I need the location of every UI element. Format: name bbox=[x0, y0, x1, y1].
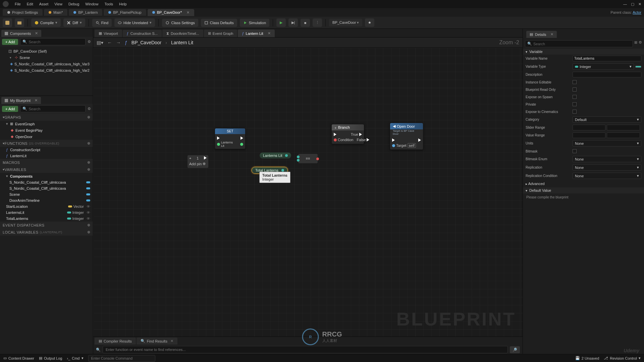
add-icon[interactable]: ⊕ bbox=[87, 115, 91, 119]
tab-bp-flamepickup[interactable]: BP_FlamePickup bbox=[104, 9, 146, 16]
menu-asset[interactable]: Asset bbox=[39, 2, 49, 6]
close-icon[interactable]: ✕ bbox=[186, 10, 190, 15]
exec-true-pin[interactable] bbox=[359, 133, 362, 136]
private-checkbox[interactable] bbox=[573, 102, 577, 106]
value-out-pin[interactable] bbox=[240, 143, 243, 146]
category-dropdown[interactable]: Default▾ bbox=[573, 116, 641, 123]
tab-dooranim[interactable]: ⧗DoorAnimTimel... bbox=[162, 29, 203, 37]
event-opendoor[interactable]: ◆OpenDoor bbox=[0, 133, 93, 140]
container-type-dropdown[interactable] bbox=[635, 66, 641, 68]
var-lanternslit[interactable]: LanternsLitInteger👁 bbox=[0, 209, 93, 216]
bitmask-enum-dropdown[interactable]: None▾ bbox=[573, 156, 641, 162]
var-startlocation[interactable]: StartLocationVector👁 bbox=[0, 203, 93, 209]
exec-out-pin[interactable] bbox=[240, 136, 243, 140]
exec-in-pin[interactable] bbox=[392, 138, 395, 142]
gear-icon[interactable]: ⚙ bbox=[88, 107, 91, 111]
myblueprint-search-input[interactable]: 🔍Search bbox=[20, 105, 86, 112]
section-default-value[interactable]: ▾ Default Value bbox=[523, 187, 644, 193]
close-icon[interactable]: ✕ bbox=[550, 32, 553, 37]
expose-spawn-checkbox[interactable] bbox=[573, 95, 577, 99]
var-dooranimtimeline[interactable]: DoorAnimTimeline bbox=[0, 197, 93, 203]
var-scene[interactable]: Scene bbox=[0, 191, 93, 197]
details-search-input[interactable]: 🔍Search bbox=[525, 40, 633, 47]
result-pin[interactable] bbox=[316, 158, 319, 160]
func-constructionscript[interactable]: ƒConstructionScript bbox=[0, 147, 93, 153]
tab-main[interactable]: Main* bbox=[44, 9, 67, 16]
value-out-pin[interactable] bbox=[285, 154, 288, 157]
diff-button[interactable]: Diff▾ bbox=[63, 18, 85, 27]
close-icon[interactable]: ✕ bbox=[170, 339, 173, 343]
replication-condition-dropdown[interactable]: None▾ bbox=[573, 173, 641, 179]
instance-editable-checkbox[interactable] bbox=[573, 80, 577, 84]
node-equals[interactable]: == bbox=[298, 154, 318, 164]
eye-icon[interactable]: 👁 bbox=[87, 204, 90, 208]
bitmask-checkbox[interactable] bbox=[573, 149, 577, 153]
tab-lanternlit[interactable]: ƒLantern Lit✕ bbox=[238, 29, 274, 37]
history-dropdown[interactable]: ▤▾ bbox=[97, 40, 103, 45]
tab-eventgraph[interactable]: ⊞Event Graph bbox=[204, 29, 237, 37]
exec-in-pin[interactable] bbox=[334, 133, 336, 136]
close-icon[interactable]: ✕ bbox=[35, 31, 38, 36]
my-blueprint-tab[interactable]: My Blueprint✕ bbox=[1, 97, 41, 104]
var-folder-components[interactable]: ▾Components bbox=[0, 173, 93, 179]
class-defaults-button[interactable]: Class Defaults bbox=[201, 19, 237, 27]
input-a-pin[interactable] bbox=[297, 156, 300, 158]
menu-edit[interactable]: Edit bbox=[27, 2, 33, 6]
add-icon[interactable]: ⊕ bbox=[87, 223, 91, 227]
hide-unrelated-button[interactable]: Hide Unrelated▾ bbox=[114, 18, 155, 27]
advanced-toggle[interactable]: ▸ Advanced bbox=[523, 180, 644, 187]
forward-button[interactable]: → bbox=[116, 40, 121, 45]
components-tab[interactable]: Components✕ bbox=[1, 30, 41, 37]
description-input[interactable] bbox=[573, 72, 641, 77]
tab-find-results[interactable]: 🔍Find Results✕ bbox=[137, 338, 177, 345]
replication-dropdown[interactable]: None▾ bbox=[573, 164, 641, 171]
window-close-icon[interactable]: ✕ bbox=[638, 2, 641, 6]
console-input[interactable] bbox=[88, 355, 155, 362]
compile-button[interactable]: Compile▾ bbox=[31, 18, 61, 27]
variable-name-input[interactable] bbox=[573, 56, 641, 61]
exec-false-pin[interactable] bbox=[367, 138, 369, 141]
window-minimize-icon[interactable]: — bbox=[623, 2, 627, 6]
tab-construction[interactable]: ƒConstruction S... bbox=[123, 30, 162, 37]
var-mesh1[interactable]: S_Nordic_Coastal_Cliff_ulmlccava bbox=[0, 179, 93, 185]
condition-pin[interactable] bbox=[334, 138, 337, 141]
details-tab[interactable]: ▤Details✕ bbox=[526, 31, 557, 38]
node-opendoor[interactable]: ◀Open Door Target is BP Cave Door Target… bbox=[390, 123, 423, 150]
save-button[interactable] bbox=[3, 18, 12, 27]
favorite-button[interactable]: ★ bbox=[365, 18, 374, 27]
cinematics-checkbox[interactable] bbox=[573, 110, 577, 114]
add-icon[interactable]: ⊕ bbox=[87, 160, 91, 165]
node-set[interactable]: SET Lanterns Lit bbox=[215, 128, 246, 149]
gear-icon[interactable]: ⚙ bbox=[639, 40, 642, 47]
menu-view[interactable]: View bbox=[54, 2, 62, 6]
section-variable[interactable]: ▾ Variable bbox=[523, 49, 644, 55]
menu-help[interactable]: Help bbox=[119, 2, 127, 6]
section-variables[interactable]: ▾ VARIABLES⊕ bbox=[0, 166, 93, 173]
crumb-root[interactable]: BP_CaveDoor bbox=[131, 40, 162, 45]
add-blueprint-button[interactable]: + Add bbox=[2, 106, 18, 112]
components-search-input[interactable]: 🔍Search bbox=[20, 38, 86, 45]
add-icon[interactable]: ⊕ bbox=[87, 167, 91, 172]
target-pin[interactable] bbox=[392, 144, 395, 147]
exec-in-pin[interactable] bbox=[217, 136, 220, 140]
section-localvars[interactable]: LOCAL VARIABLES(LANTERNLIT)⊕ bbox=[0, 229, 93, 236]
var-mesh2[interactable]: S_Nordic_Coastal_Cliff_ulmlccava bbox=[0, 185, 93, 191]
find-button[interactable]: Find bbox=[92, 19, 112, 27]
func-lanternlit[interactable]: ƒLanternLit bbox=[0, 153, 93, 159]
stop-button[interactable]: ■ bbox=[301, 19, 310, 27]
crumb-leaf[interactable]: Lantern Lit bbox=[171, 40, 193, 45]
value-in-pin[interactable] bbox=[217, 143, 220, 146]
graph-canvas[interactable]: SET Lanterns Lit ⬨Branch True ConditionF… bbox=[93, 48, 523, 337]
grid-icon[interactable]: ⊞ bbox=[634, 40, 637, 47]
add-icon[interactable]: ⊕ bbox=[87, 230, 91, 234]
menu-window[interactable]: Window bbox=[85, 2, 98, 6]
tab-viewport[interactable]: ▦Viewport bbox=[95, 29, 122, 37]
section-graphs[interactable]: ▾ GRAPHS⊕ bbox=[0, 114, 93, 121]
component-mesh-var3[interactable]: ◈S_Nordic_Coastal_Cliff_ulmlccava_high_V… bbox=[2, 61, 91, 67]
menu-debug[interactable]: Debug bbox=[68, 2, 79, 6]
tab-bp-lantern[interactable]: BP_Lantern bbox=[69, 9, 102, 16]
component-mesh-var2[interactable]: ◈S_Nordic_Coastal_Cliff_ulmlccava_high_V… bbox=[2, 67, 91, 73]
node-sequence-fragment[interactable]: +1 Add pin⊕ bbox=[187, 155, 209, 168]
section-macros[interactable]: MACROS⊕ bbox=[0, 159, 93, 166]
add-component-button[interactable]: + Add bbox=[2, 39, 18, 45]
